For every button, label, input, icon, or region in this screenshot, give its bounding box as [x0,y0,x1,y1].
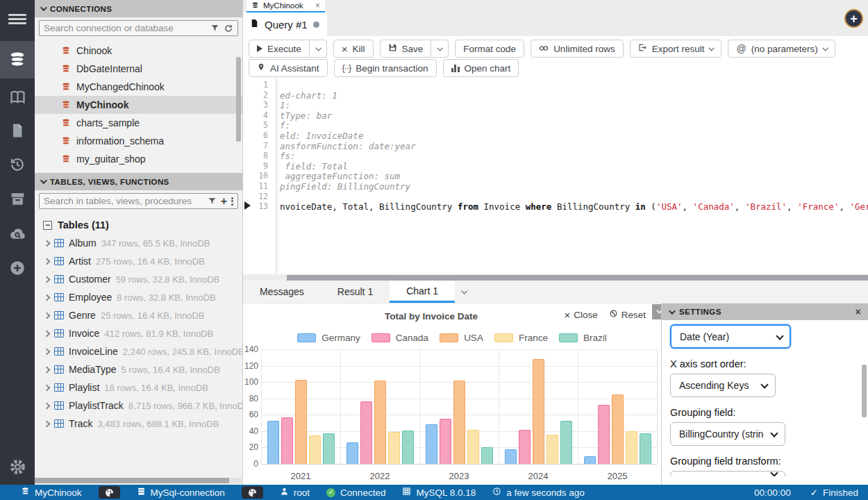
more-options-icon[interactable] [231,196,233,206]
chevron-right-icon[interactable] [44,348,51,355]
sidebar-item-cloud-search[interactable] [0,216,35,251]
x-sort-order-select[interactable]: Ascending Keys [670,374,776,397]
legend-label: France [519,333,548,343]
new-tab-button[interactable]: + [844,9,863,28]
chevron-right-icon[interactable] [44,294,51,301]
connections-scrollbar[interactable] [236,57,241,142]
format-code-button[interactable]: Format code [455,40,524,58]
sidebar-item-archive[interactable] [0,181,35,216]
tables-search-row: + [35,190,242,212]
tables-search-input[interactable] [44,196,203,206]
tab-chart-1[interactable]: Chart 1 [390,281,455,303]
legend-item-usa[interactable]: USA [440,333,483,343]
database-color-badge[interactable] [99,486,120,499]
table-row[interactable]: Track3,483 rows, 688.1 KB, InnoDB [35,415,242,433]
unlimited-rows-button[interactable]: Unlimited rows [531,40,624,58]
connection-tab[interactable]: MyChinook × [247,0,325,12]
grouping-field-select[interactable]: BillingCountry (string) [670,422,785,446]
table-row[interactable]: Customer59 rows, 32.8 KB, InnoDB [35,270,242,288]
table-row[interactable]: Album347 rows, 65.5 KB, InnoDB [35,234,242,252]
ai-assistant-button[interactable]: AI Assistant [249,59,328,77]
sidebar-item-files[interactable] [0,113,35,148]
scrollbar-thumb[interactable] [35,478,229,483]
sidebar-item-history[interactable] [0,147,35,182]
legend-item-germany[interactable]: Germany [297,333,360,343]
legend-item-canada[interactable]: Canada [372,333,428,343]
chevron-right-icon[interactable] [44,258,51,265]
statusbar-database[interactable]: MyChinook [21,487,82,498]
save-button[interactable]: Save [380,40,432,58]
tab-result-1[interactable]: Result 1 [321,281,390,303]
begin-transaction-button[interactable]: {··}Begin transaction [334,59,437,77]
chart-close-button[interactable]: ×Close [564,310,597,320]
tables-group-header[interactable]: − Tables (11) [35,216,242,234]
tabs-dropdown[interactable] [455,281,473,303]
menu-icon[interactable] [0,1,35,36]
filter-icon[interactable] [208,197,217,206]
tab-messages[interactable]: Messages [243,281,321,303]
kill-button[interactable]: ×Kill [333,40,374,58]
query-tab[interactable]: Query #1 [243,12,327,36]
connection-item[interactable]: Chinook [35,42,242,60]
sidebar-item-database[interactable] [0,41,35,78]
legend-item-france[interactable]: France [494,333,548,343]
connection-item[interactable]: DbGateInternal [35,60,242,78]
open-chart-button[interactable]: Open chart [443,59,519,77]
connection-color-badge[interactable] [242,486,263,499]
statusbar-connection[interactable]: MySql-connection [137,487,225,498]
connection-item[interactable]: MyChinook [35,96,242,114]
table-name: Track [69,418,92,429]
chevron-right-icon[interactable] [44,402,51,409]
y-axis-tick: 0 [243,459,258,469]
execute-button[interactable]: Execute [249,40,310,58]
filter-icon[interactable] [210,24,219,33]
settings-header[interactable]: SETTINGS × [662,303,868,320]
close-icon[interactable]: × [855,306,861,317]
gridline [261,366,657,367]
close-icon[interactable]: × [315,1,320,10]
table-row[interactable]: Genre25 rows, 16.4 KB, InnoDB [35,306,242,324]
sidebar-item-add-connection[interactable] [0,251,35,285]
execute-line-arrow-icon[interactable] [244,201,251,210]
table-row[interactable]: Employee8 rows, 32.8 KB, InnoDB [35,288,242,306]
chevron-right-icon[interactable] [44,312,51,319]
chevron-right-icon[interactable] [44,366,51,373]
toolbar: Execute ×Kill Save Format code Unlimited… [243,36,868,78]
connection-search-input[interactable] [44,23,206,33]
parameters-button[interactable]: @ (no parameters) [728,40,835,58]
add-table-icon[interactable]: + [221,196,227,207]
legend-item-brazil[interactable]: Brazil [559,333,607,343]
bar-brazil-2025 [640,433,651,464]
chevron-right-icon[interactable] [44,420,51,427]
sidebar-item-favorites[interactable] [0,80,35,115]
connection-item[interactable]: mysql [35,168,242,173]
pin-icon [257,62,265,74]
x-transform-select[interactable]: Date (Year) [670,324,791,349]
scrollbar-thumb[interactable] [287,275,868,281]
connection-item[interactable]: MyChangedChinook [35,78,242,96]
chevron-right-icon[interactable] [44,384,51,391]
connection-item[interactable]: my_guitar_shop [35,150,242,168]
table-row[interactable]: PlaylistTrack8,715 rows, 966.7 KB, InnoD… [35,397,242,415]
settings-scrollbar[interactable] [862,365,867,417]
connections-header[interactable]: CONNECTIONS [35,0,242,17]
table-row[interactable]: Invoice412 rows, 81.9 KB, InnoDB [35,324,242,342]
export-result-button[interactable]: Export result [630,40,722,58]
save-dropdown-button[interactable] [431,40,449,58]
table-row[interactable]: MediaType5 rows, 16.4 KB, InnoDB [35,360,242,378]
chevron-right-icon[interactable] [44,240,51,247]
code-editor[interactable]: 12345678910111213 ed-chart: 11:tType: ba… [243,78,868,274]
settings-gear-button[interactable] [0,449,35,484]
chart-reset-button[interactable]: Reset [609,309,646,320]
grouping-transform-select[interactable] [670,471,785,476]
refresh-icon[interactable] [224,24,233,33]
table-row[interactable]: Artist275 rows, 16.4 KB, InnoDB [35,252,242,270]
table-row[interactable]: InvoiceLine2,240 rows, 245.8 KB, InnoDB [35,342,242,360]
tables-header[interactable]: TABLES, VIEWS, FUNCTIONS [35,173,242,190]
chevron-right-icon[interactable] [44,330,51,337]
table-row[interactable]: Playlist18 rows, 16.4 KB, InnoDB [35,378,242,397]
connection-item[interactable]: information_schema [35,132,242,150]
chevron-right-icon[interactable] [44,276,51,283]
connection-item[interactable]: charts_sample [35,114,242,132]
execute-dropdown-button[interactable] [310,40,327,58]
